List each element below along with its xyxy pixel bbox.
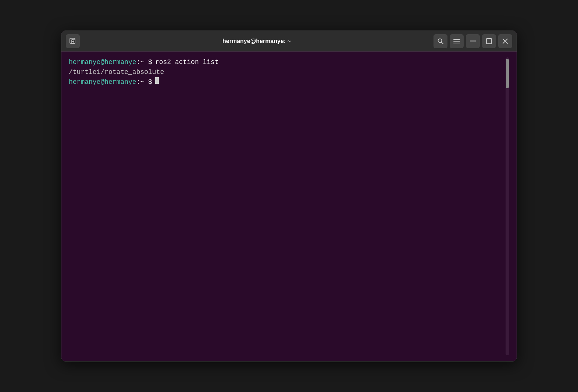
prompt-user-1: hermanye@hermanye	[69, 57, 136, 67]
titlebar-right	[434, 34, 512, 48]
prompt-separator-2: :~	[136, 77, 144, 87]
prompt-dollar-1: $	[144, 57, 152, 67]
close-button[interactable]	[498, 34, 512, 48]
prompt-dollar-2: $	[144, 77, 152, 87]
command-line-2: hermanye@hermanye :~ $	[69, 77, 504, 87]
svg-rect-12	[486, 39, 492, 44]
output-line-1: /turtle1/rotate_absolute	[69, 67, 504, 77]
maximize-button[interactable]	[482, 34, 496, 48]
terminal-content: hermanye@hermanye :~ $ ros2 action list …	[69, 57, 504, 355]
new-tab-button[interactable]	[66, 34, 80, 48]
terminal-window: hermanye@hermanye: ~	[61, 31, 517, 361]
window-title: hermanye@hermanye: ~	[222, 38, 291, 44]
terminal-cursor	[155, 77, 159, 84]
titlebar-center: hermanye@hermanye: ~	[80, 38, 434, 44]
titlebar-left	[66, 34, 80, 48]
prompt-user-2: hermanye@hermanye	[69, 77, 136, 87]
scrollbar[interactable]	[506, 57, 509, 355]
command-line-1: hermanye@hermanye :~ $ ros2 action list	[69, 57, 504, 67]
svg-line-7	[442, 42, 443, 44]
terminal-body[interactable]: hermanye@hermanye :~ $ ros2 action list …	[61, 51, 517, 361]
titlebar: hermanye@hermanye: ~	[61, 31, 517, 51]
prompt-separator-1: :~	[136, 57, 144, 67]
search-button[interactable]	[434, 34, 447, 48]
minimize-button[interactable]	[466, 34, 480, 48]
menu-button[interactable]	[450, 34, 464, 48]
scrollbar-thumb[interactable]	[506, 59, 509, 88]
command-text-1: ros2 action list	[155, 57, 219, 67]
output-text-1: /turtle1/rotate_absolute	[69, 67, 164, 77]
